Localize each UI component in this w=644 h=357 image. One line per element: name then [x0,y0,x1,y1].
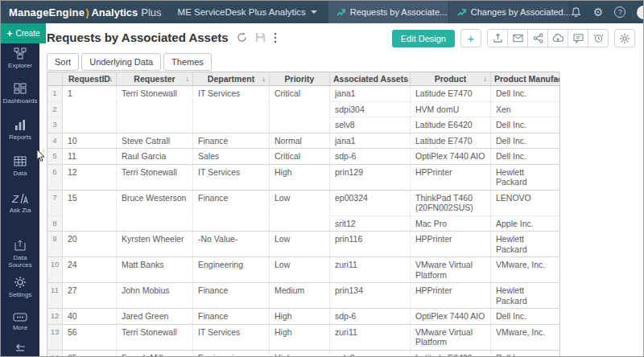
themes-button[interactable]: Themes [163,53,212,71]
more-ellipsis-icon [13,313,27,322]
cell-product: HPPrinter [411,283,491,309]
row-number: 4 [47,133,63,149]
dashboards-icon [14,83,27,95]
sidebar-item-label: Ask Zia [1,207,39,214]
sidebar-item-ask-zia[interactable]: Z Ask Zia [1,193,39,214]
cell-product: VMware Virtual Platform [411,257,491,283]
column-header-product-manufac[interactable]: Product Manufac↓ [491,72,560,86]
column-header-associated-assets[interactable]: Associated Assets↓ [330,72,411,86]
sidebar-item-label: Settings [1,291,39,298]
table-row[interactable]: 511Raul GarciaSalesCriticalsdp-6OptiPlex… [47,149,560,165]
sort-arrow-icon: ↓ [553,75,557,83]
sidebar-item-more[interactable]: More [1,313,39,331]
table-row[interactable]: 920Kyrsten Wheeler-No Value-Lowprin116HP… [47,232,560,257]
cell-product-manufacturer: LENOVO [491,190,560,215]
brand-swoosh-icon: ) [85,6,89,18]
cell-product: OptiPlex 7440 AIO [411,149,491,165]
sort-button[interactable]: Sort [47,53,79,71]
data-table-icon [14,155,27,167]
cell-requestid: 1 [63,86,117,133]
table-row[interactable]: 1024Matt BanksEngineeringLowzuri11VMware… [47,257,560,283]
help-icon[interactable]: ? [614,6,625,18]
sidebar-item-explorer[interactable]: Explorer [1,47,39,69]
table-corner-cell [47,72,63,86]
cell-product-manufacturer: Dell Inc. [491,86,560,102]
settings-icon[interactable] [614,29,635,47]
workspace-dropdown[interactable]: ME ServiceDesk Plus Analytics [178,7,317,17]
cell-product: HPPrinter [411,164,491,190]
cell-associated-asset: sdpi304 [330,101,411,117]
table-row[interactable]: 1127John MobiusFinanceMediumprin134HPPri… [47,283,560,309]
avatar[interactable] [637,6,644,19]
alert-icon[interactable] [588,29,609,47]
cell-requester: Kyrsten Wheeler [117,232,193,257]
comment-icon[interactable] [568,29,588,47]
table-row[interactable]: 612Terri StonewallIT ServicesHighprin129… [47,164,560,190]
cell-requester: Steve Catrall [117,133,193,149]
brand-manageengine: ManageEngine [9,6,85,18]
add-button[interactable]: + [460,29,481,47]
row-number: 5 [47,149,63,165]
row-number: 3 [47,117,63,133]
table-row[interactable]: 410Steve CatrallFinanceNormaljana1Latitu… [47,133,560,149]
page-title: Requests by Associated Assets [47,31,229,44]
trend-arrow-icon [336,8,345,17]
email-icon[interactable] [507,29,528,47]
gear-icon[interactable]: ⚙ [593,6,604,18]
report-toolbar [487,29,609,47]
cell-department: Engineering [193,350,270,357]
sidebar-collapse-button[interactable] [1,343,39,353]
table-row[interactable]: 715Bruce WestersonFinanceLowep00324Think… [47,190,560,215]
sort-arrow-icon: ↓ [262,75,266,83]
column-header-requester[interactable]: Requester↓ [117,72,193,86]
table-row[interactable]: 11Terri StonewallIT ServicesCriticaljana… [47,86,560,102]
cell-product: Latitude E6420 [411,350,491,357]
tab-requests-by-associated[interactable]: Requests by Associate... × [328,1,449,23]
sidebar-item-reports[interactable]: Reports [1,119,39,141]
export-icon[interactable] [487,29,508,47]
app-window: ManageEngine)AnalyticsPlus ME ServiceDes… [0,0,644,357]
cell-priority: High [270,164,330,190]
row-number: 10 [47,257,63,283]
cell-requester: Terri Stonewall [117,86,193,133]
edit-design-button[interactable]: Edit Design [392,30,455,47]
cell-associated-asset: selv8 [330,350,411,357]
cell-product: Latitude E7470 [411,133,491,149]
cell-department: Finance [193,133,270,149]
kebab-menu-icon[interactable] [274,32,277,43]
underlying-data-button[interactable]: Underlying Data [81,53,161,71]
cell-department: Finance [193,190,270,232]
cell-requestid: 15 [63,190,117,232]
column-header-priority[interactable]: Priority [270,72,330,86]
cell-associated-asset: prin129 [330,164,411,190]
bell-icon[interactable] [570,6,582,18]
report-table: RequestID↓Requester↓Department↓PriorityA… [47,72,560,357]
table-row[interactable]: 1240Jared GreenFinanceHighsdp-6OptiPlex … [47,309,560,325]
share-icon[interactable] [527,29,548,47]
sidebar-item-data-sources[interactable]: Data Sources [1,239,39,269]
row-number: 8 [47,215,63,232]
cell-priority: Normal [270,133,330,149]
publish-icon[interactable] [547,29,568,47]
create-button[interactable]: + Create [1,23,46,43]
column-header-requestid[interactable]: RequestID↓ [63,72,117,86]
table-row[interactable]: 1356Terri StonewallIT ServicesHighzuri11… [47,324,560,350]
cell-product: ThinkPad T460 (20FN002SUS) [411,190,491,215]
tab-changes-by-associated[interactable]: Changes by Associated... [449,1,570,23]
cell-priority: Critical [270,149,330,165]
sidebar-item-dashboards[interactable]: Dashboards [1,83,39,105]
sidebar-item-label: Explorer [1,62,39,69]
sidebar-item-settings[interactable]: Settings [1,276,39,298]
cell-requester: Matt Banks [117,257,193,283]
column-header-department[interactable]: Department↓ [193,72,270,86]
row-number: 6 [47,164,63,190]
save-icon[interactable] [255,32,266,43]
sort-arrow-icon: ↓ [403,75,407,83]
refresh-icon[interactable] [237,32,247,43]
table-row[interactable]: 1465French MillsEngineeringHighselv8Lati… [47,350,560,357]
sidebar-item-data[interactable]: Data [1,155,39,177]
settings-gear-icon [14,276,27,289]
column-header-product[interactable]: Product↓ [411,72,491,86]
cell-department: IT Services [193,324,270,350]
cell-requester: John Mobius [117,283,193,309]
